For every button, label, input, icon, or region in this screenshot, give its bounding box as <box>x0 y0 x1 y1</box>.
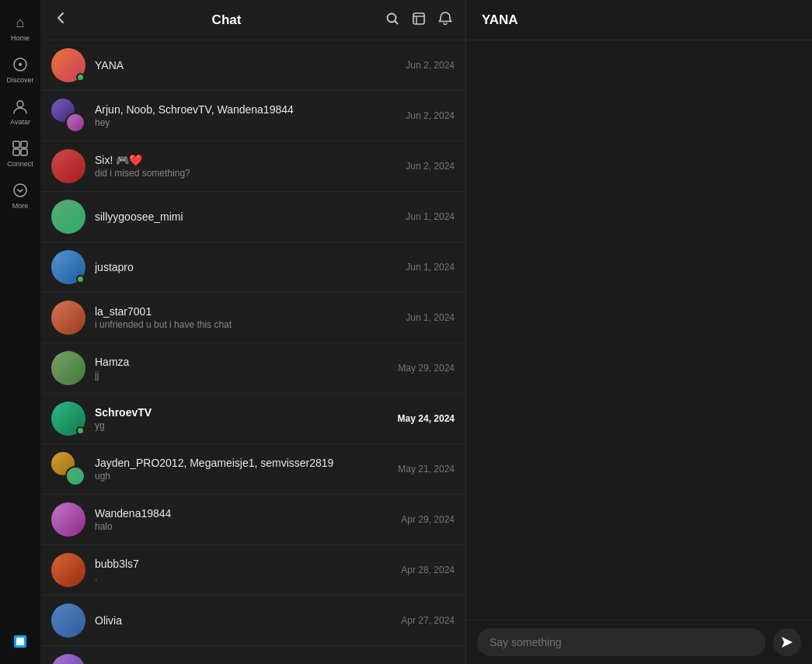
notifications-button[interactable] <box>437 11 453 29</box>
list-item[interactable]: SchroevTV yg May 24, 2024 <box>40 394 465 444</box>
chat-item-date: Jun 2, 2024 <box>406 161 455 172</box>
chat-item-name: sillyygoosee_mimi <box>95 210 396 223</box>
list-item[interactable]: Olivia Apr 27, 2024 <box>40 596 465 646</box>
roblox-icon <box>10 631 30 652</box>
online-indicator <box>76 426 85 435</box>
back-button[interactable] <box>53 10 68 30</box>
chat-input[interactable] <box>477 628 765 656</box>
chat-item-date: May 29, 2024 <box>398 363 455 374</box>
list-item[interactable]: bubb3ls7 . Apr 28, 2024 <box>40 545 465 596</box>
nav-label-home: Home <box>11 34 30 42</box>
chat-item-name: SchroevTV <box>95 406 389 419</box>
avatar-wrap <box>51 250 85 284</box>
chat-list: YANA Jun 2, 2024 Arjun, Noob, SchroevTV,… <box>40 40 465 664</box>
list-item[interactable]: sillyygoosee_mimi Jun 1, 2024 <box>40 192 465 242</box>
chat-item-name: Six! 🎮❤️ <box>95 154 396 166</box>
chat-item-date: Jun 2, 2024 <box>406 110 455 121</box>
svg-point-10 <box>388 14 396 23</box>
list-item[interactable]: Six! 🎮❤️ did i mised something? Jun 2, 2… <box>40 141 465 192</box>
list-item[interactable]: Wandena19844 halo Apr 29, 2024 <box>40 495 465 545</box>
nav-label-discover: Discover <box>6 76 33 84</box>
nav-item-discover[interactable]: Discover <box>3 50 37 89</box>
chat-item-content: bubb3ls7 . <box>95 558 392 582</box>
list-item[interactable]: YANA Jun 2, 2024 <box>40 40 465 91</box>
chat-item-name: justapro <box>95 261 396 273</box>
chat-item-content: Wandena19844 halo <box>95 507 392 532</box>
chat-item-date: Jun 2, 2024 <box>406 60 455 71</box>
chat-panel: Chat <box>40 0 466 664</box>
svg-point-2 <box>17 101 23 107</box>
compose-button[interactable] <box>411 11 427 29</box>
list-item[interactable]: Arjun, Noob, SchroevTV, Wandena19844 hey… <box>40 91 465 141</box>
svg-rect-11 <box>413 13 424 24</box>
nav-item-connect[interactable]: Connect <box>3 134 37 172</box>
chat-item-date: Apr 27, 2024 <box>401 615 455 626</box>
online-indicator <box>76 275 85 283</box>
avatar-wrap <box>51 351 85 385</box>
svg-rect-4 <box>21 141 27 148</box>
avatar <box>51 654 85 664</box>
left-nav: ⌂ Home Discover Avatar <box>0 0 40 664</box>
chat-item-content: Arjun, Noob, SchroevTV, Wandena19844 hey <box>95 103 396 128</box>
list-item[interactable]: Jayden_PRO2012, Megameisje1, semvisser28… <box>40 444 465 495</box>
chat-item-name: bubb3ls7 <box>95 558 392 570</box>
chat-item-preview: yg <box>95 420 389 431</box>
chat-item-preview: halo <box>95 521 392 532</box>
avatar <box>51 149 85 183</box>
chat-item-content: justapro <box>95 261 396 273</box>
avatar-wrap <box>51 48 85 82</box>
svg-point-7 <box>14 184 26 196</box>
send-button[interactable] <box>773 628 801 656</box>
list-item[interactable]: justapro Jun 1, 2024 <box>40 242 465 293</box>
nav-label-connect: Connect <box>7 160 33 168</box>
chat-item-date: Jun 1, 2024 <box>406 312 455 323</box>
avatar-wrap <box>51 654 85 664</box>
chat-item-preview: jj <box>95 370 389 381</box>
more-icon <box>10 180 30 200</box>
avatar-wrap <box>51 452 85 486</box>
chat-area-header: YANA <box>466 0 812 40</box>
chat-item-date: May 21, 2024 <box>398 464 455 475</box>
search-button[interactable] <box>385 11 400 29</box>
chat-panel-title: Chat <box>68 12 385 28</box>
chat-item-content: SchroevTV yg <box>95 406 389 431</box>
chat-item-date: Jun 1, 2024 <box>406 211 455 222</box>
svg-rect-6 <box>21 149 27 155</box>
list-item[interactable]: la_star7001 i unfriended u but i have th… <box>40 293 465 343</box>
chat-item-name: YANA <box>95 59 396 71</box>
nav-item-home[interactable]: ⌂ Home <box>3 8 37 47</box>
nav-item-roblox[interactable] <box>3 627 37 656</box>
chat-item-content: Olivia <box>95 614 392 627</box>
chat-area-title: YANA <box>482 12 518 28</box>
chat-area: YANA <box>466 0 812 664</box>
chat-item-preview: i unfriended u but i have this chat <box>95 319 396 330</box>
nav-item-avatar[interactable]: Avatar <box>3 92 37 130</box>
avatar-wrap <box>51 502 85 537</box>
avatar-wrap <box>51 200 85 234</box>
nav-item-more[interactable]: More <box>3 176 37 214</box>
list-item[interactable]: Mylanah Apr 22, 2024 <box>40 646 465 664</box>
connect-icon <box>10 138 30 158</box>
chat-item-name: Olivia <box>95 614 392 627</box>
avatar-icon <box>10 96 30 116</box>
svg-rect-5 <box>13 149 19 155</box>
chat-item-name: Arjun, Noob, SchroevTV, Wandena19844 <box>95 103 396 116</box>
svg-point-1 <box>19 63 22 66</box>
chat-item-content: YANA <box>95 59 396 71</box>
avatar <box>51 200 85 234</box>
nav-label-more: More <box>12 202 29 210</box>
chat-item-preview: did i mised something? <box>95 168 396 179</box>
chat-item-preview: hey <box>95 117 396 128</box>
header-icons <box>385 11 453 29</box>
list-item[interactable]: Hamza jj May 29, 2024 <box>40 343 465 394</box>
chat-item-date: Jun 1, 2024 <box>406 262 455 273</box>
avatar-wrap <box>51 99 85 133</box>
chat-item-content: Jayden_PRO2012, Megameisje1, semvisser28… <box>95 457 389 481</box>
chat-item-content: Hamza jj <box>95 356 389 381</box>
online-indicator <box>76 73 85 82</box>
svg-rect-3 <box>13 141 19 148</box>
chat-item-name: Hamza <box>95 356 389 368</box>
chat-item-name: Wandena19844 <box>95 507 392 520</box>
chat-item-name: la_star7001 <box>95 305 396 318</box>
discover-icon <box>10 54 30 75</box>
